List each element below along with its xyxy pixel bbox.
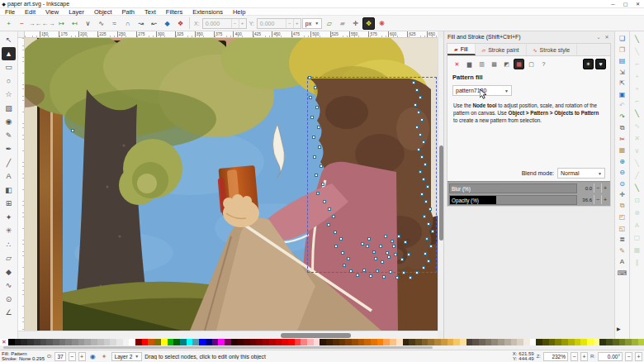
- palette-swatch[interactable]: [479, 339, 485, 345]
- bezier-tool[interactable]: ✒: [2, 142, 16, 155]
- palette-swatch[interactable]: [307, 339, 314, 345]
- palette-swatch[interactable]: [110, 339, 116, 345]
- snap-bbox-edge-button[interactable]: ⌐: [632, 58, 643, 70]
- snap-bbox-edge-mid-button[interactable]: +: [632, 83, 643, 95]
- path-node-handle[interactable]: [412, 81, 415, 84]
- path-node-handle[interactable]: [422, 178, 425, 181]
- zoom-in-button[interactable]: ⊕: [617, 156, 628, 168]
- palette-swatch[interactable]: [40, 339, 47, 345]
- palette-swatch[interactable]: [104, 339, 111, 345]
- path-node-handle[interactable]: [419, 170, 422, 174]
- zoom-level-input[interactable]: 232%: [543, 352, 568, 361]
- curve-to-line-button[interactable]: ↜: [148, 17, 160, 30]
- palette-swatch[interactable]: [148, 339, 154, 345]
- path-node-handle[interactable]: [309, 96, 312, 99]
- star-tool[interactable]: ☆: [2, 88, 16, 101]
- spin-up-icon[interactable]: +: [239, 19, 246, 28]
- path-node-handle[interactable]: [394, 253, 397, 256]
- spiral-tool[interactable]: ◉: [2, 115, 16, 128]
- palette-swatch[interactable]: [613, 339, 619, 345]
- palette-swatch[interactable]: [390, 339, 396, 345]
- gradient-tool[interactable]: ◧: [2, 183, 16, 197]
- pencil-tool[interactable]: ✎: [2, 129, 16, 142]
- break-nodes-button[interactable]: ←→: [42, 17, 54, 30]
- path-node-handle[interactable]: [431, 230, 434, 233]
- palette-swatch[interactable]: [21, 339, 27, 345]
- tab-stroke-paint[interactable]: ▱ Stroke paint: [476, 44, 527, 55]
- delete-node-button[interactable]: −: [16, 17, 28, 30]
- palette-swatch[interactable]: [129, 339, 135, 345]
- rectangle-tool[interactable]: ▭: [2, 60, 16, 74]
- rotation-minus-button[interactable]: −: [625, 352, 632, 361]
- measure-tool[interactable]: ∠: [2, 306, 16, 319]
- export-button[interactable]: ⇲: [617, 67, 628, 79]
- menu-item[interactable]: Edit: [20, 8, 40, 16]
- join-with-segment-button[interactable]: ↦: [55, 17, 68, 30]
- unknown-paint-button[interactable]: ?: [538, 59, 549, 69]
- text-tool[interactable]: A: [2, 169, 16, 183]
- path-node-handle[interactable]: [362, 269, 366, 272]
- opacity-minus-button[interactable]: −: [69, 352, 76, 361]
- palette-swatch[interactable]: [333, 339, 339, 345]
- path-node-handle[interactable]: [402, 271, 405, 274]
- path-node-handle[interactable]: [379, 245, 382, 248]
- path-node-handle[interactable]: [427, 222, 430, 226]
- palette-swatch[interactable]: [339, 339, 346, 345]
- palette-swatch[interactable]: [173, 339, 180, 345]
- palette-swatch[interactable]: [8, 339, 15, 345]
- edit-clip-path-button[interactable]: ▱: [323, 17, 335, 30]
- palette-swatch[interactable]: [187, 339, 193, 345]
- snap-others-button[interactable]: ╲: [632, 182, 643, 194]
- delete-segment-button[interactable]: ↤: [69, 17, 81, 30]
- palette-swatch[interactable]: [135, 339, 142, 345]
- path-node-handle[interactable]: [407, 253, 410, 256]
- dock-close-icon[interactable]: ✕: [603, 34, 611, 40]
- palette-swatch[interactable]: [123, 339, 130, 345]
- eraser-tool[interactable]: ▱: [2, 251, 16, 264]
- blur-increase-button[interactable]: +: [601, 183, 608, 193]
- opacity-increase-button[interactable]: +: [601, 195, 608, 204]
- palette-swatch[interactable]: [409, 339, 415, 345]
- tab-stroke-style[interactable]: ∿ Stroke style: [527, 44, 578, 55]
- path-node-handle[interactable]: [415, 271, 419, 274]
- palette-scrollbar-thumb[interactable]: [3, 346, 433, 349]
- palette-swatch[interactable]: [504, 339, 511, 345]
- palette-swatch[interactable]: [78, 339, 85, 345]
- palette-swatch[interactable]: [27, 339, 34, 345]
- palette-swatch[interactable]: [142, 339, 149, 345]
- palette-swatch[interactable]: [638, 339, 644, 345]
- fill-rule-evenodd-button[interactable]: ♥: [595, 59, 606, 69]
- line-to-curve-button[interactable]: ↝: [135, 17, 147, 30]
- path-node-handle[interactable]: [313, 155, 316, 159]
- snap-page-button[interactable]: ▢: [632, 231, 643, 244]
- menu-item[interactable]: Text: [140, 8, 161, 16]
- palette-swatch[interactable]: [447, 339, 454, 345]
- no-paint-button[interactable]: ✕: [452, 59, 462, 69]
- path-node-handle[interactable]: [321, 183, 324, 186]
- palette-swatch[interactable]: [568, 339, 575, 345]
- dropper-tool[interactable]: ✦: [2, 211, 16, 224]
- print-button[interactable]: ▤: [617, 55, 628, 67]
- palette-swatch[interactable]: [485, 339, 492, 345]
- palette-swatch[interactable]: [377, 339, 384, 345]
- auto-node-button[interactable]: ∩: [121, 17, 134, 30]
- palette-swatch[interactable]: [606, 339, 613, 345]
- connector-tool[interactable]: ∿: [2, 279, 16, 292]
- snap-bbox-button[interactable]: ╲: [632, 45, 643, 58]
- palette-swatch[interactable]: [34, 339, 40, 345]
- layer-visibility-icon[interactable]: ◉: [88, 350, 97, 362]
- path-node-handle[interactable]: [323, 200, 326, 203]
- palette-swatch[interactable]: [441, 339, 447, 345]
- fill-stroke-indicator[interactable]: Fill:Pattern Stroke:None 0.295: [2, 351, 45, 362]
- palette-swatch[interactable]: [91, 339, 97, 345]
- palette-swatch[interactable]: [453, 339, 460, 345]
- path-node-handle[interactable]: [420, 155, 424, 159]
- palette-swatch[interactable]: [97, 339, 104, 345]
- unit-dropdown[interactable]: px▼: [302, 18, 322, 29]
- import-button[interactable]: ⇱: [617, 78, 628, 89]
- palette-swatch[interactable]: [72, 339, 78, 345]
- node-tool[interactable]: ▲: [2, 47, 16, 60]
- palette-swatch[interactable]: [523, 339, 530, 345]
- palette-swatch[interactable]: [301, 339, 307, 345]
- path-node-handle[interactable]: [372, 250, 376, 254]
